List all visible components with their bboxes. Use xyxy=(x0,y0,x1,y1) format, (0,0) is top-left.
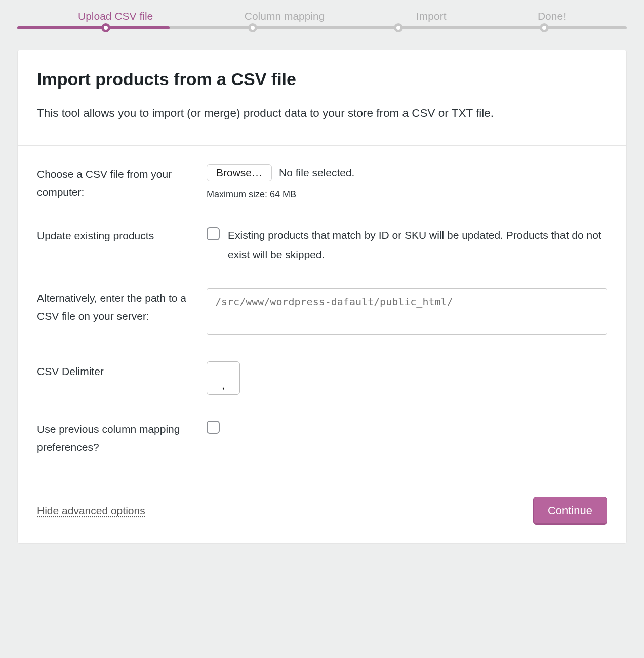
update-existing-label: Update existing products xyxy=(37,226,207,245)
prev-mapping-label: Use previous column mapping preferences? xyxy=(37,419,207,456)
row-prev-mapping: Use previous column mapping preferences? xyxy=(37,419,607,456)
browse-button[interactable]: Browse… xyxy=(207,164,272,181)
max-size-hint: Maximum size: 64 MB xyxy=(207,189,607,200)
toggle-advanced-link[interactable]: Hide advanced options xyxy=(37,505,145,517)
row-server-path: Alternatively, enter the path to a CSV f… xyxy=(37,288,607,337)
continue-button[interactable]: Continue xyxy=(533,497,607,525)
card-header: Import products from a CSV file This too… xyxy=(18,50,626,146)
row-choose-file: Choose a CSV file from your computer: Br… xyxy=(37,164,607,201)
page-title: Import products from a CSV file xyxy=(37,69,607,89)
delimiter-label: CSV Delimiter xyxy=(37,361,207,381)
step-dot-mapping xyxy=(248,23,257,32)
step-dot-done xyxy=(540,23,549,32)
page-description: This tool allows you to import (or merge… xyxy=(37,103,607,123)
choose-file-label: Choose a CSV file from your computer: xyxy=(37,164,207,201)
delimiter-input[interactable] xyxy=(207,361,240,395)
prev-mapping-checkbox[interactable] xyxy=(207,421,220,434)
server-path-label: Alternatively, enter the path to a CSV f… xyxy=(37,288,207,325)
row-delimiter: CSV Delimiter xyxy=(37,361,607,395)
stepper-fill xyxy=(17,26,170,29)
update-existing-checkbox[interactable] xyxy=(207,227,220,240)
row-update-existing: Update existing products Existing produc… xyxy=(37,226,607,264)
update-existing-description: Existing products that match by ID or SK… xyxy=(228,226,607,264)
card-body: Choose a CSV file from your computer: Br… xyxy=(18,146,626,480)
import-card: Import products from a CSV file This too… xyxy=(17,50,627,544)
step-dot-upload xyxy=(101,23,110,32)
step-dot-import xyxy=(394,23,403,32)
stepper: Upload CSV file Column mapping Import Do… xyxy=(17,10,627,31)
card-footer: Hide advanced options Continue xyxy=(18,481,626,543)
server-path-input[interactable] xyxy=(207,288,607,335)
file-status: No file selected. xyxy=(279,167,354,179)
